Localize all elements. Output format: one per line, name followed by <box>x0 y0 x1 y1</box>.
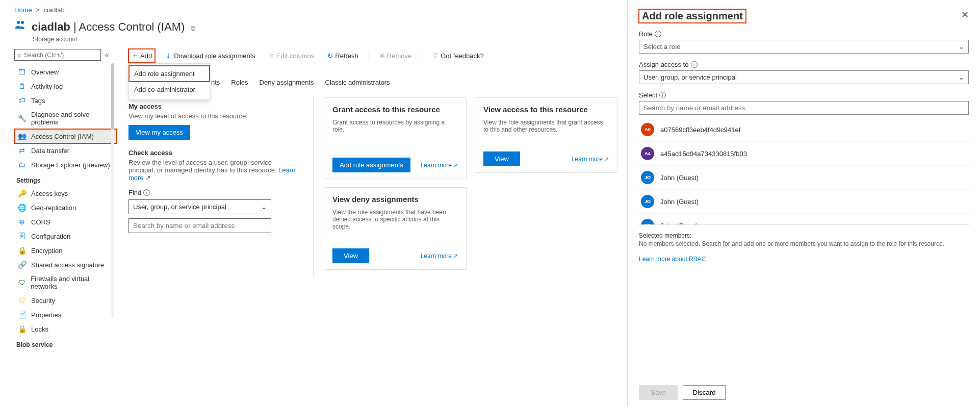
add-role-assignments-button[interactable]: Add role assignments <box>332 158 410 172</box>
sidebar-item[interactable]: 🔧Diagnose and solve problems <box>14 108 116 129</box>
sidebar-item[interactable]: 🛡Security <box>14 293 116 308</box>
menu-icon: 🔧 <box>18 114 26 122</box>
sidebar-scrollbar[interactable] <box>111 63 114 318</box>
user-row[interactable]: A0a07569cff3eeb4f4d9c941ef <box>639 118 969 142</box>
check-access-desc: Review the level of access a user, group… <box>128 159 297 182</box>
info-icon[interactable]: i <box>659 92 666 98</box>
collapse-icon[interactable]: « <box>105 51 109 59</box>
sidebar-item[interactable]: 🛡Firewalls and virtual networks <box>14 272 116 293</box>
page-title-main: ciadlab <box>32 20 70 33</box>
sidebar-item[interactable]: 📄Properties <box>14 308 116 322</box>
download-button[interactable]: ⭳ Download role assignments <box>162 50 259 62</box>
role-select[interactable]: Select a role ⌄ <box>639 40 969 54</box>
find-select-value: User, group, or service principal <box>133 203 226 211</box>
menu-label: Configuration <box>31 233 70 240</box>
menu-label: Storage Explorer (preview) <box>31 161 110 169</box>
menu-icon: 🗂 <box>18 161 26 169</box>
breadcrumb-home[interactable]: Home <box>14 6 32 14</box>
select-search-input[interactable] <box>639 101 969 115</box>
sidebar-item[interactable]: ⇄Data transfer <box>14 143 116 158</box>
download-icon: ⭳ <box>165 52 172 60</box>
page-title-sub: Access Control (IAM) <box>79 20 185 33</box>
select-label: Select i <box>639 91 969 99</box>
add-co-admin-item[interactable]: Add co-administrator <box>129 82 210 97</box>
sidebar-item[interactable]: 🔑Access keys <box>14 186 116 200</box>
sidebar-item[interactable]: 🗂Storage Explorer (preview) <box>14 158 116 172</box>
menu-label: Properties <box>31 311 61 319</box>
columns-icon: ≣ <box>269 52 274 60</box>
info-icon[interactable]: i <box>691 61 698 68</box>
assign-select[interactable]: User, group, or service principal ⌄ <box>639 70 969 84</box>
tab-classic[interactable]: Classic administrators <box>324 75 391 89</box>
menu-icon: 🌐 <box>18 204 26 212</box>
people-icon <box>14 19 27 35</box>
user-list[interactable]: A0a07569cff3eeb4f4d9c941efA4a45ad15d04a7… <box>639 118 969 225</box>
user-row[interactable]: JOJohn (Guest) <box>639 190 969 214</box>
sidebar-item[interactable]: 👥Access Control (IAM) <box>14 129 116 143</box>
tab-partial[interactable]: nts <box>210 75 221 89</box>
feedback-button[interactable]: ♡ Got feedback? <box>429 50 487 62</box>
sidebar-item[interactable]: 🔒Encryption <box>14 243 116 258</box>
menu-label: Geo-replication <box>31 204 76 212</box>
remove-label: Remove <box>387 52 411 60</box>
tab-roles[interactable]: Roles <box>230 75 249 89</box>
add-role-assignment-item[interactable]: Add role assignment <box>129 66 210 82</box>
menu-icon: 🛡 <box>18 296 26 304</box>
menu-label: Diagnose and solve problems <box>31 111 114 126</box>
breadcrumb-current[interactable]: ciadlab <box>44 6 65 14</box>
discard-button[interactable]: Discard <box>683 385 725 400</box>
view-learn-link[interactable]: Learn more ↗ <box>572 156 609 163</box>
search-icon: ⌕ <box>18 51 22 59</box>
find-search-input[interactable] <box>128 218 271 233</box>
add-label: Add <box>140 52 152 60</box>
external-icon: ↗ <box>453 162 458 169</box>
menu-icon: 🗔 <box>18 68 26 76</box>
close-icon[interactable]: ✕ <box>961 9 969 20</box>
add-dropdown: Add role assignment Add co-administrator <box>128 63 210 100</box>
add-button[interactable]: ＋ Add <box>128 49 155 62</box>
plus-icon: ＋ <box>132 51 138 60</box>
sidebar: ⌕ « 🗔Overview🗒Activity log🏷Tags🔧Diagnose… <box>14 49 116 401</box>
my-access-heading: My access <box>128 103 297 110</box>
search-input-wrap[interactable]: ⌕ <box>14 49 101 61</box>
info-icon[interactable]: i <box>655 31 661 37</box>
menu-icon: 📄 <box>18 311 26 319</box>
view-my-access-button[interactable]: View my access <box>128 125 190 140</box>
sidebar-item[interactable]: 🔗Shared access signature <box>14 258 116 272</box>
sidebar-item[interactable]: 🔒Locks <box>14 322 116 336</box>
sidebar-item[interactable]: 🗔Overview <box>14 65 116 79</box>
sidebar-item[interactable]: 🌐Geo-replication <box>14 200 116 215</box>
menu-icon: 👥 <box>18 132 26 140</box>
menu-label: Access Control (IAM) <box>31 133 94 140</box>
toolbar-separator <box>422 52 422 60</box>
menu-label: Firewalls and virtual networks <box>31 275 114 290</box>
view-access-button[interactable]: View <box>483 151 520 166</box>
menu-label: Locks <box>31 325 48 333</box>
info-icon[interactable]: i <box>143 189 150 196</box>
menu-label: Tags <box>31 97 45 105</box>
search-input[interactable] <box>24 52 97 59</box>
menu-icon: 🏷 <box>18 96 26 105</box>
grant-learn-link[interactable]: Learn more ↗ <box>421 162 458 169</box>
settings-section: Settings <box>14 172 116 186</box>
menu-label: Encryption <box>31 247 62 255</box>
sidebar-item[interactable]: 🏷Tags <box>14 93 116 108</box>
sidebar-item[interactable]: 🗄Configuration <box>14 229 116 243</box>
tab-deny[interactable]: Deny assignments <box>259 75 315 89</box>
menu-icon: 🔒 <box>18 325 26 333</box>
deny-learn-link[interactable]: Learn more ↗ <box>421 252 458 260</box>
avatar: JO <box>641 171 654 184</box>
user-row[interactable]: JOJohn (Guest) <box>639 214 969 225</box>
user-name: a07569cff3eeb4f4d9c941ef <box>660 126 740 134</box>
user-row[interactable]: JOJohn (Guest) <box>639 166 969 190</box>
sidebar-item[interactable]: ⊕CORS <box>14 215 116 229</box>
deny-title: View deny assignments <box>332 195 458 204</box>
copy-icon[interactable]: ⧉ <box>191 24 195 32</box>
refresh-button[interactable]: ↻ Refresh <box>324 50 362 62</box>
learn-rbac-link[interactable]: Learn more about RBAC <box>639 256 706 263</box>
user-row[interactable]: A4a45ad15d04a734330815fb03 <box>639 142 969 166</box>
find-select[interactable]: User, group, or service principal ⌄ <box>128 199 271 214</box>
menu-icon: 🗄 <box>18 232 26 240</box>
view-deny-button[interactable]: View <box>332 248 369 263</box>
sidebar-item[interactable]: 🗒Activity log <box>14 79 116 93</box>
